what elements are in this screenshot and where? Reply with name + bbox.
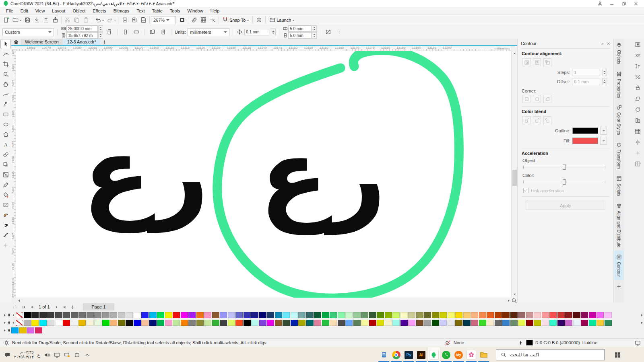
color-swatch[interactable]	[424, 312, 431, 318]
color-swatch[interactable]	[31, 320, 39, 326]
menu-item[interactable]: Edit	[17, 8, 32, 14]
color-swatch[interactable]	[526, 320, 533, 326]
app-calculator[interactable]	[378, 347, 390, 362]
object-acceleration-slider[interactable]	[523, 164, 605, 170]
menu-item[interactable]: Table	[149, 8, 166, 14]
color-swatch[interactable]	[361, 312, 368, 318]
palette-scroll-left-icon[interactable]	[11, 312, 16, 318]
color-swatch[interactable]	[24, 312, 31, 318]
color-swatch[interactable]	[369, 320, 376, 326]
eyedropper-tool[interactable]	[1, 180, 10, 189]
color-swatch[interactable]	[118, 312, 125, 318]
color-swatch[interactable]	[244, 320, 251, 326]
drop-shadow-tool[interactable]	[1, 160, 10, 169]
color-swatch[interactable]	[196, 312, 204, 318]
publish-pdf-button[interactable]: PDF	[139, 16, 148, 25]
color-swatch[interactable]	[487, 320, 494, 326]
color-swatch[interactable]	[463, 320, 471, 326]
docker-tab-properties[interactable]: Properties	[614, 68, 624, 101]
color-swatch[interactable]	[416, 320, 423, 326]
app-file-explorer[interactable]	[477, 347, 490, 362]
color-swatch[interactable]	[534, 320, 541, 326]
treat-as-filled-button[interactable]	[324, 28, 333, 37]
slider-thumb[interactable]	[563, 165, 566, 170]
color-swatch[interactable]	[495, 320, 502, 326]
offset-field[interactable]: 0.1 mm	[572, 78, 600, 85]
color-swatch[interactable]	[605, 320, 612, 326]
steps-spinner[interactable]	[602, 69, 607, 76]
nudge-field[interactable]: 0.1 mm	[244, 29, 269, 35]
size-icon[interactable]	[634, 63, 641, 69]
menu-item[interactable]: File	[2, 8, 17, 14]
landscape-button[interactable]	[132, 28, 141, 37]
app-browser-my[interactable]: My	[452, 347, 465, 362]
hotspot-icon[interactable]	[634, 160, 641, 167]
color-swatch[interactable]	[408, 320, 415, 326]
ellipse-tool[interactable]	[1, 120, 10, 129]
to-center-button[interactable]	[522, 58, 530, 66]
page-height-field[interactable]: 15,657.792 m	[66, 32, 98, 39]
color-swatch[interactable]	[63, 312, 70, 318]
outside-contour-button[interactable]	[543, 58, 551, 66]
separator[interactable]	[219, 16, 219, 24]
color-swatch[interactable]	[440, 320, 447, 326]
export-arrow-button[interactable]	[41, 16, 51, 25]
color-swatch[interactable]	[102, 320, 109, 326]
language-indicator[interactable]: ع	[37, 352, 40, 358]
app-coreldraw[interactable]	[427, 347, 440, 362]
color-swatch[interactable]	[432, 320, 439, 326]
color-swatch[interactable]	[455, 320, 462, 326]
color-swatch[interactable]	[597, 312, 604, 318]
color-swatch[interactable]	[228, 312, 235, 318]
color-swatch[interactable]	[267, 320, 274, 326]
color-swatch[interactable]	[345, 320, 353, 326]
color-swatch[interactable]	[267, 312, 274, 318]
options-button[interactable]	[254, 16, 264, 25]
app-messaging[interactable]	[440, 347, 452, 362]
app-photoshop[interactable]: Ps	[402, 347, 415, 362]
palette-scroll-right-icon[interactable]	[640, 312, 644, 318]
color-swatch[interactable]	[220, 320, 227, 326]
menu-item[interactable]: Bitmaps	[110, 8, 133, 14]
color-swatch[interactable]	[16, 320, 23, 326]
color-swatch[interactable]	[235, 320, 243, 326]
horizontal-scrollbar[interactable]	[16, 298, 511, 303]
full-screen-preview-button[interactable]	[178, 16, 187, 25]
color-swatch[interactable]	[424, 320, 431, 326]
tab-welcome-screen[interactable]: Welcome Screen	[21, 39, 63, 45]
freehand-tool[interactable]	[1, 90, 10, 99]
vertical-scrollbar[interactable]	[511, 51, 517, 298]
drawing-canvas[interactable]: رع رع	[16, 51, 511, 298]
color-swatch[interactable]	[181, 320, 188, 326]
bevel-corner-button[interactable]	[543, 95, 551, 103]
color-swatch[interactable]	[11, 327, 19, 333]
color-swatch[interactable]	[39, 320, 47, 326]
color-swatch[interactable]	[102, 312, 109, 318]
color-swatch[interactable]	[448, 320, 455, 326]
color-swatch[interactable]	[165, 312, 172, 318]
color-swatch[interactable]	[573, 320, 580, 326]
polygon-tool[interactable]	[1, 130, 10, 139]
order-icon[interactable]	[634, 117, 641, 123]
docker-tab-align-distribute[interactable]: Align and Distribute	[614, 200, 624, 251]
color-swatch[interactable]	[463, 312, 471, 318]
page-width-field[interactable]: 25,000.0 mm	[66, 25, 98, 32]
color-swatch[interactable]	[35, 327, 42, 333]
artistic-media-tool[interactable]	[1, 230, 10, 240]
color-swatch[interactable]	[589, 312, 596, 318]
last-page-button[interactable]	[61, 304, 68, 310]
color-swatch[interactable]	[110, 320, 117, 326]
next-page-button[interactable]	[53, 304, 60, 310]
menu-item[interactable]: Effects	[89, 8, 109, 14]
fill-color-swatch[interactable]	[572, 138, 598, 144]
color-swatch[interactable]	[220, 312, 227, 318]
color-swatch[interactable]	[526, 312, 533, 318]
color-swatch[interactable]	[39, 312, 47, 318]
color-swatch[interactable]	[165, 320, 172, 326]
color-swatch[interactable]	[173, 320, 180, 326]
shape-tool[interactable]	[1, 49, 10, 59]
close-button[interactable]	[633, 0, 639, 7]
color-swatch[interactable]	[283, 320, 290, 326]
docker-close-icon[interactable]: ✕	[607, 41, 610, 46]
color-swatch[interactable]	[235, 312, 243, 318]
